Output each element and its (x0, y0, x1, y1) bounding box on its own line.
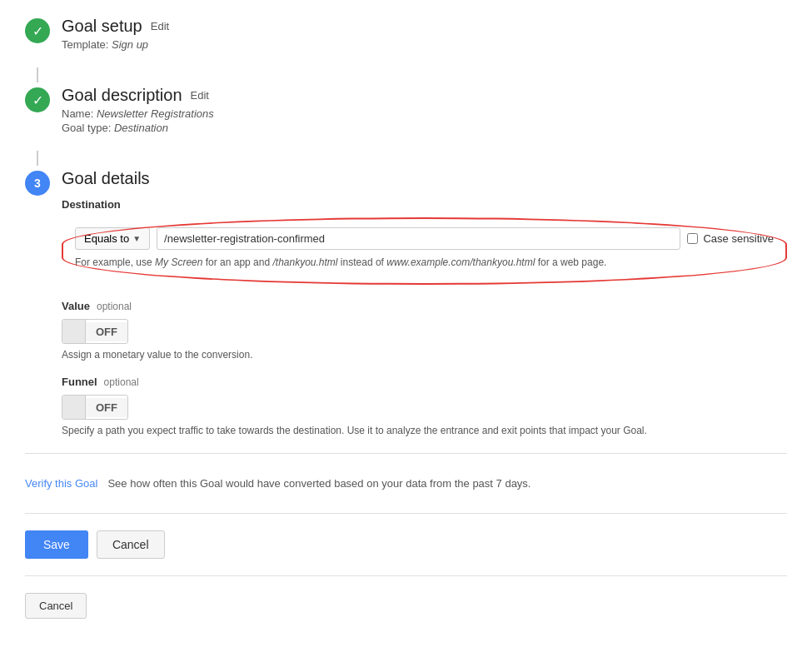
goal-setup-template: Template: Sign up (62, 38, 787, 51)
hint-before: For example, use (75, 256, 155, 268)
goal-description-row: ✓ Goal description Edit Name: Newsletter… (25, 86, 787, 136)
hint-instead: instead of (338, 256, 387, 268)
action-row: Save Cancel (25, 530, 787, 559)
hint-my-screen: My Screen (155, 256, 202, 268)
value-label-row: Value optional (62, 300, 787, 312)
destination-area: Equals to ▼ Case sensitive For example, … (62, 217, 787, 285)
value-label: Value (62, 300, 90, 312)
goal-description-title-row: Goal description Edit (62, 86, 787, 105)
equals-to-button[interactable]: Equals to ▼ (75, 227, 150, 250)
goal-details-title: Goal details (62, 169, 150, 188)
value-optional-text: optional (97, 301, 132, 312)
goal-description-edit-link[interactable]: Edit (191, 89, 209, 102)
goal-setup-content: Goal setup Edit Template: Sign up (62, 17, 787, 52)
save-button[interactable]: Save (25, 530, 88, 559)
divider-2 (25, 513, 787, 514)
destination-hint: For example, use My Screen for an app an… (75, 256, 774, 268)
step-2-icon: ✓ (25, 87, 50, 112)
goal-description-type: Goal type: Destination (62, 122, 787, 134)
bottom-cancel-button[interactable]: Cancel (25, 593, 87, 619)
goal-details-body: Destination Equals to ▼ Case sensitive F… (62, 198, 787, 436)
value-toggle-handle (62, 320, 86, 343)
step-3-number: 3 (34, 177, 41, 190)
divider-3 (25, 575, 787, 576)
connector-2 (37, 151, 38, 166)
checkmark-2-icon: ✓ (32, 92, 43, 108)
dropdown-arrow-icon: ▼ (132, 234, 141, 243)
cancel-button[interactable]: Cancel (97, 530, 165, 559)
goal-description-content: Goal description Edit Name: Newsletter R… (62, 86, 787, 136)
goal-description-title: Goal description (62, 86, 182, 105)
name-label: Name: (62, 107, 93, 120)
verify-goal-link[interactable]: Verify this Goal (25, 477, 97, 490)
goal-setup-edit-link[interactable]: Edit (151, 20, 169, 32)
funnel-toggle-handle (62, 396, 86, 419)
verify-description: See how often this Goal would have conve… (107, 477, 531, 490)
destination-input[interactable] (157, 227, 680, 250)
hint-end: for a web page. (535, 256, 606, 268)
step-1-icon: ✓ (25, 18, 50, 43)
value-toggle-label: OFF (86, 322, 127, 341)
goal-type-label: Goal type: (62, 122, 111, 134)
case-sensitive-label: Case sensitive (703, 232, 774, 245)
connector-1 (37, 67, 38, 82)
equals-to-label: Equals to (84, 232, 129, 245)
hint-thankyou: /thankyou.html (272, 256, 337, 268)
goal-details-content: Goal details Destination Equals to ▼ Cas… (62, 169, 787, 436)
case-sensitive-row: Case sensitive (687, 232, 774, 245)
goal-type-value: Destination (114, 122, 168, 134)
checkmark-icon: ✓ (32, 23, 43, 39)
verify-row: Verify this Goal See how often this Goal… (25, 470, 787, 496)
funnel-toggle[interactable]: OFF (62, 395, 128, 420)
funnel-section: Funnel optional OFF Specify a path you e… (62, 376, 787, 436)
divider-1 (25, 453, 787, 454)
value-toggle[interactable]: OFF (62, 319, 128, 344)
destination-label: Destination (62, 198, 787, 211)
hint-middle: for an app and (202, 256, 272, 268)
value-description: Assign a monetary value to the conversio… (62, 349, 787, 361)
funnel-label: Funnel (62, 376, 97, 388)
template-label: Template: (62, 38, 108, 51)
funnel-label-row: Funnel optional (62, 376, 787, 388)
destination-row: Equals to ▼ Case sensitive (75, 227, 774, 250)
value-section: Value optional OFF Assign a monetary val… (62, 300, 787, 361)
funnel-description: Specify a path you expect traffic to tak… (62, 425, 787, 436)
template-value: Sign up (112, 38, 148, 51)
case-sensitive-checkbox[interactable] (687, 233, 698, 244)
hint-url: www.example.com/thankyou.html (386, 256, 535, 268)
goal-details-title-row: Goal details (62, 169, 787, 188)
goal-description-name: Name: Newsletter Registrations (62, 107, 787, 120)
goal-details-row: 3 Goal details Destination Equals to ▼ C (25, 169, 787, 436)
funnel-optional-text: optional (104, 376, 139, 388)
goal-setup-title-row: Goal setup Edit (62, 17, 787, 36)
goal-setup-title: Goal setup (62, 17, 142, 36)
name-value: Newsletter Registrations (97, 107, 214, 120)
goal-setup-row: ✓ Goal setup Edit Template: Sign up (25, 17, 787, 52)
funnel-toggle-label: OFF (86, 398, 127, 417)
step-3-icon: 3 (25, 171, 50, 196)
